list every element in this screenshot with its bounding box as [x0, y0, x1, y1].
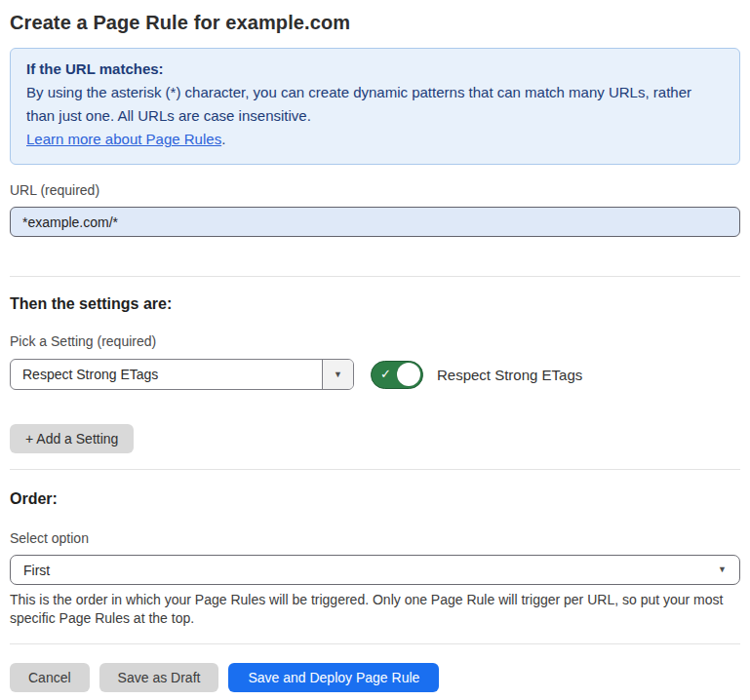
- chevron-down-icon: ▼: [334, 370, 342, 379]
- cancel-button[interactable]: Cancel: [10, 663, 90, 692]
- setting-picker-label: Pick a Setting (required): [10, 333, 740, 349]
- check-icon: ✓: [380, 367, 391, 381]
- order-section-heading: Order:: [10, 490, 740, 508]
- order-select[interactable]: First ▼: [10, 555, 740, 585]
- page-rule-form: Create a Page Rule for example.com If th…: [0, 12, 750, 692]
- learn-more-link[interactable]: Learn more about Page Rules: [26, 131, 221, 147]
- order-help-text: This is the order in which your Page Rul…: [10, 591, 736, 628]
- setting-toggle[interactable]: ✓: [371, 361, 423, 389]
- link-period: .: [221, 131, 225, 147]
- url-input[interactable]: [10, 207, 740, 237]
- setting-toggle-label: Respect Strong ETags: [437, 367, 582, 383]
- url-field-label: URL (required): [10, 182, 740, 198]
- setting-dropdown-arrow-button[interactable]: ▼: [322, 360, 353, 389]
- setting-row: Respect Strong ETags ▼ ✓ Respect Strong …: [10, 359, 740, 390]
- section-divider: [10, 469, 740, 470]
- setting-dropdown[interactable]: Respect Strong ETags ▼: [10, 359, 354, 390]
- info-box-heading: If the URL matches:: [26, 58, 724, 81]
- section-divider: [10, 276, 740, 277]
- chevron-down-icon: ▼: [718, 565, 727, 574]
- toggle-knob: [397, 363, 420, 386]
- order-select-value: First: [23, 563, 50, 578]
- page-title: Create a Page Rule for example.com: [10, 12, 740, 34]
- settings-section-heading: Then the settings are:: [10, 295, 740, 313]
- info-box-link-line: Learn more about Page Rules.: [26, 128, 724, 151]
- order-select-label: Select option: [10, 530, 740, 546]
- add-setting-button[interactable]: + Add a Setting: [10, 424, 134, 453]
- footer-buttons: Cancel Save as Draft Save and Deploy Pag…: [10, 663, 740, 692]
- footer-divider: [10, 643, 740, 644]
- save-and-deploy-button[interactable]: Save and Deploy Page Rule: [228, 663, 439, 692]
- info-box-body: By using the asterisk (*) character, you…: [26, 81, 724, 128]
- url-match-info-box: If the URL matches: By using the asteris…: [10, 48, 740, 165]
- save-as-draft-button[interactable]: Save as Draft: [99, 663, 219, 692]
- setting-dropdown-value: Respect Strong ETags: [11, 360, 322, 389]
